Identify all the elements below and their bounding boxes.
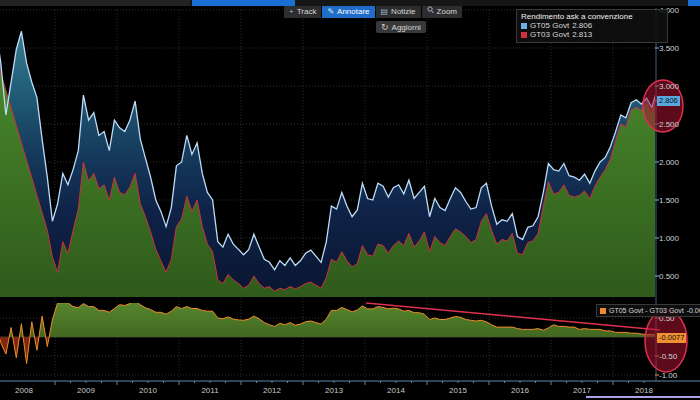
x-axis-year: 2011 (194, 386, 226, 395)
pencil-icon: ✎ (327, 6, 334, 18)
track-crosshair-icon: + (289, 6, 294, 18)
x-axis-year: 2016 (504, 386, 536, 395)
news-label: Notizie (391, 6, 415, 18)
x-axis-year: 2010 (132, 386, 164, 395)
spread-panel-legend[interactable]: GT05 Govt - GT03 Govt -0.0077 (596, 304, 700, 317)
gt03-label: GT03 Govt (530, 30, 569, 39)
gt03-color-swatch (521, 32, 527, 38)
refresh-button[interactable]: ↻ Aggiorni (376, 21, 426, 33)
y-axis-tick: 1.000 (659, 234, 699, 243)
zoom-label: Zoom (437, 6, 457, 18)
x-axis-year: 2008 (8, 386, 40, 395)
gt05-color-swatch (521, 23, 527, 29)
gt05-label: GT05 Govt (530, 21, 569, 30)
chart-toolbar: + Track ✎ Annotare ▤ Notizie Zoom (284, 6, 462, 19)
spread-last-value-tag: -0.0077 (657, 333, 686, 343)
x-axis-year: 2017 (566, 386, 598, 395)
refresh-icon: ↻ (381, 22, 389, 33)
annotate-button[interactable]: ✎ Annotare (322, 6, 374, 18)
y-axis-tick: 2.500 (659, 120, 699, 129)
x-axis-year: 2009 (70, 386, 102, 395)
main-chart-legend: Rendimento ask a convenzione GT05 Govt 2… (516, 9, 668, 43)
news-icon: ▤ (381, 6, 389, 18)
y-axis-tick: 0.500 (659, 272, 699, 281)
y-axis-tick: -1.00 (659, 371, 699, 380)
y-axis-tick: 2.000 (659, 158, 699, 167)
spread-value: -0.0077 (687, 306, 700, 315)
main-plot-area (0, 27, 662, 297)
annotate-label: Annotare (337, 6, 369, 18)
x-axis-year: 2015 (442, 386, 474, 395)
gt03-value: 2.813 (572, 30, 592, 39)
terminal-screen: + Track ✎ Annotare ▤ Notizie Zoom ↻ Aggi… (0, 0, 700, 400)
refresh-label: Aggiorni (392, 22, 421, 33)
y-axis-tick: 1.500 (659, 196, 699, 205)
legend-title: Rendimento ask a convenzione (521, 12, 663, 21)
y-axis-tick: 3.500 (659, 44, 699, 53)
legend-series-gt05[interactable]: GT05 Govt 2.806 (521, 21, 663, 30)
magnifier-icon (427, 6, 434, 18)
bottom-scroll-indicator (586, 396, 700, 398)
x-axis-year: 2014 (380, 386, 412, 395)
spread-label: GT05 Govt - GT03 Govt (609, 306, 684, 315)
spread-color-swatch (600, 308, 606, 314)
track-button[interactable]: + Track (284, 6, 321, 18)
track-label: Track (297, 6, 317, 18)
legend-series-gt03[interactable]: GT03 Govt 2.813 (521, 30, 663, 39)
gt05-value: 2.806 (572, 21, 592, 30)
x-axis-year: 2013 (318, 386, 350, 395)
x-axis-year: 2018 (628, 386, 660, 395)
zoom-button[interactable]: Zoom (422, 6, 462, 18)
x-axis-year: 2012 (256, 386, 288, 395)
gt05-last-price-tag: 2.806 (657, 96, 680, 106)
news-button[interactable]: ▤ Notizie (376, 6, 421, 18)
chart-canvas[interactable] (0, 0, 700, 400)
y-axis-tick: -0.50 (659, 352, 699, 361)
y-axis-tick: 3.000 (659, 82, 699, 91)
